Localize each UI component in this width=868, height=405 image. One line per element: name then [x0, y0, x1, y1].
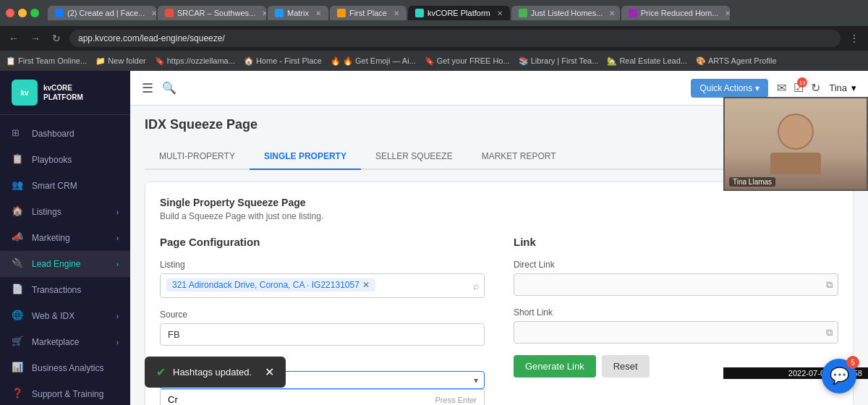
- bookmark-library[interactable]: 📚 Library | First Tea...: [519, 56, 599, 66]
- listings-icon: 🏠: [12, 205, 25, 218]
- sidebar-logo: kv kvCORE PLATFORM: [0, 71, 130, 115]
- reset-button[interactable]: Reset: [602, 355, 650, 378]
- sidebar-item-lead-engine[interactable]: 🔌 Lead Engine ›: [0, 251, 130, 277]
- top-bar-icons: ✉ ☑ 13 ↻: [777, 81, 820, 95]
- refresh-btn[interactable]: ↻: [811, 81, 820, 95]
- bookmark-firstteam[interactable]: 📋 First Team Online...: [6, 56, 87, 66]
- webcam-video: [725, 98, 867, 189]
- logo-icon: kv: [12, 80, 38, 106]
- listing-remove-button[interactable]: ✕: [362, 280, 370, 290]
- maximize-dot[interactable]: [30, 9, 39, 17]
- minimize-dot[interactable]: [18, 9, 27, 17]
- hashtag-search-input[interactable]: [168, 394, 435, 405]
- short-link-group: Short Link ⧉: [514, 307, 838, 344]
- smart-crm-icon: 👥: [12, 179, 25, 192]
- toast-close-button[interactable]: ✕: [265, 365, 274, 379]
- generate-link-button[interactable]: Generate Link: [514, 355, 596, 378]
- tab-seller-squeeze[interactable]: SELLER SQUEEZE: [361, 144, 467, 170]
- toast-notification: ✔ Hashtags updated. ✕: [145, 357, 286, 388]
- sidebar-item-marketing[interactable]: 📣 Marketing ›: [0, 225, 130, 251]
- listing-input-container: 321 Adirondack Drive, Corona, CA · IG221…: [160, 273, 485, 298]
- sidebar: kv kvCORE PLATFORM ⊞ Dashboard 📋 Playboo…: [0, 71, 130, 405]
- refresh-button[interactable]: ↻: [49, 30, 64, 47]
- tab-multi-property[interactable]: MULTI-PROPERTY: [145, 144, 250, 170]
- quick-actions-chevron: ▾: [755, 83, 760, 93]
- browser-chrome: (2) Create ad | Face... ✕ SRCAR – Southw…: [0, 0, 868, 71]
- direct-link-copy-icon[interactable]: ⧉: [826, 279, 833, 291]
- direct-link-input-container: ⧉: [514, 273, 838, 296]
- sidebar-item-marketplace[interactable]: 🛒 Marketplace ›: [0, 329, 130, 355]
- listings-chevron: ›: [116, 208, 119, 216]
- bookmark-home[interactable]: 🏠 Home - First Place: [244, 56, 322, 66]
- lead-engine-chevron: ›: [116, 260, 119, 268]
- tab-kvcore[interactable]: kvCORE Platform ✕: [408, 6, 510, 20]
- bookmark-emoji[interactable]: 🔥 🔥 Get Emoji — Ai...: [331, 56, 416, 66]
- tab-srcar[interactable]: SRCAR – Southwes... ✕: [158, 6, 266, 20]
- tab-single-property[interactable]: SINGLE PROPERTY: [250, 144, 361, 170]
- direct-link-label: Direct Link: [514, 260, 838, 270]
- short-link-input-container: ⧉: [514, 321, 838, 344]
- user-area[interactable]: Tina ▾: [829, 82, 856, 93]
- mail-button[interactable]: ✉: [777, 81, 786, 95]
- search-button[interactable]: 🔍: [162, 81, 176, 95]
- logo-text: kvCORE PLATFORM: [43, 83, 83, 102]
- short-link-label: Short Link: [514, 307, 838, 317]
- toast-message: Hashtags updated.: [173, 367, 252, 378]
- transactions-icon: 📄: [12, 284, 25, 297]
- listing-tag: 321 Adirondack Drive, Corona, CA · IG221…: [166, 278, 375, 291]
- hashtag-dropdown: Press Enter concierge-contacting concier…: [160, 389, 485, 405]
- tab-firstplace[interactable]: First Place ✕: [330, 6, 407, 20]
- quick-actions-button[interactable]: Quick Actions ▾: [691, 79, 768, 98]
- tab-pricereduced[interactable]: Price Reduced Hom... ✕: [621, 6, 730, 20]
- marketplace-icon: 🛒: [12, 336, 25, 349]
- sidebar-item-business-analytics[interactable]: 📊 Business Analytics: [0, 355, 130, 381]
- dashboard-icon: ⊞: [12, 127, 25, 140]
- bookmarks-bar: 📋 First Team Online... 📁 New folder 🔖 ht…: [0, 51, 868, 71]
- web-idx-icon: 🌐: [12, 310, 25, 323]
- bookmark-arts[interactable]: 🎨 ARTS Agent Profile: [696, 56, 777, 66]
- back-button[interactable]: ←: [6, 30, 22, 47]
- extensions-button[interactable]: ⋮: [846, 30, 862, 47]
- tab-facebook[interactable]: (2) Create ad | Face... ✕: [48, 6, 156, 20]
- tab-market-report[interactable]: MARKET REPORT: [467, 144, 571, 170]
- tab-matrix[interactable]: Matrix ✕: [268, 6, 328, 20]
- sidebar-item-listings[interactable]: 🏠 Listings ›: [0, 199, 130, 225]
- webcam-user-label: Tina Llamas: [729, 177, 775, 187]
- sidebar-item-web-idx[interactable]: 🌐 Web & IDX ›: [0, 303, 130, 329]
- sidebar-item-support[interactable]: ❓ Support & Training: [0, 381, 130, 405]
- source-input[interactable]: [160, 323, 485, 346]
- support-icon: ❓: [12, 388, 25, 401]
- listing-label: Listing: [160, 260, 485, 270]
- bookmark-realestate[interactable]: 🏡 Real Estate Lead...: [607, 56, 687, 66]
- checkbox-button[interactable]: ☑ 13: [793, 81, 804, 95]
- source-label: Source: [160, 310, 485, 320]
- bookmark-newfolder[interactable]: 📁 New folder: [95, 56, 146, 66]
- hamburger-button[interactable]: ☰: [142, 80, 153, 96]
- chat-bubble-button[interactable]: 💬 5: [822, 359, 856, 393]
- address-bar[interactable]: app.kvcore.com/lead-engine/squeeze/: [69, 30, 841, 47]
- sidebar-item-smart-crm[interactable]: 👥 Smart CRM: [0, 173, 130, 199]
- short-link-copy-icon[interactable]: ⧉: [826, 327, 833, 338]
- hashtag-chevron-icon: ▾: [474, 375, 478, 385]
- short-link-input[interactable]: [514, 321, 838, 344]
- sidebar-nav: ⊞ Dashboard 📋 Playbooks 👥 Smart CRM 🏠 Li…: [0, 115, 130, 405]
- config-title: Page Configuration: [160, 236, 485, 248]
- user-chevron: ▾: [851, 82, 856, 93]
- business-analytics-icon: 📊: [12, 362, 25, 375]
- source-group: Source: [160, 310, 485, 346]
- marketing-icon: 📣: [12, 231, 25, 244]
- toast-check-icon: ✔: [156, 365, 166, 379]
- bookmark-free[interactable]: 🔖 Get your FREE Ho...: [425, 56, 510, 66]
- bookmark-ozzie[interactable]: 🔖 https://ozziellama...: [155, 56, 235, 66]
- sidebar-item-transactions[interactable]: 📄 Transactions: [0, 277, 130, 303]
- tab-justlisted[interactable]: Just Listed Homes... ✕: [511, 6, 620, 20]
- sidebar-item-dashboard[interactable]: ⊞ Dashboard: [0, 121, 130, 147]
- direct-link-input[interactable]: [514, 273, 838, 296]
- close-dot[interactable]: [6, 9, 14, 17]
- link-section-title: Link: [514, 236, 838, 248]
- web-idx-chevron: ›: [116, 312, 119, 320]
- sidebar-item-playbooks[interactable]: 📋 Playbooks: [0, 147, 130, 173]
- hashtag-search-row: Press Enter: [161, 390, 484, 405]
- marketplace-chevron: ›: [116, 338, 119, 346]
- forward-button[interactable]: →: [27, 30, 43, 47]
